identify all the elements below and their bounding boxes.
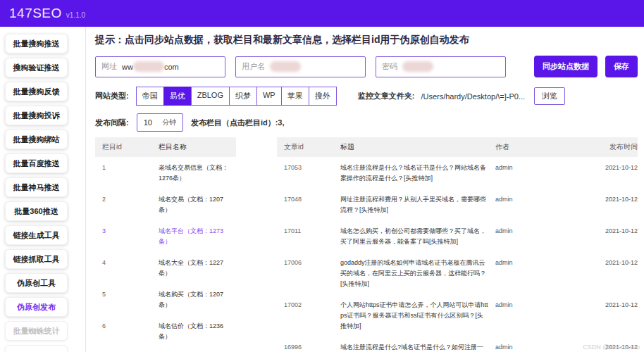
article-title: 域名注册流程是什么?域名证书是什么？如何注册一个域名？[头推特加] (340, 342, 495, 352)
sidebar-item-13: 批量蜘蛛统计 (5, 321, 68, 341)
redacted-password-blur (402, 61, 433, 72)
column-row[interactable]: 8百度域名（文档：1192条） (95, 347, 236, 352)
tip-text: 提示：点击同步站点数据，获取栏目和最新文章信息，选择栏目id用于伪原创自动发布 (95, 34, 638, 46)
sidebar-item-7[interactable]: 批量神马推送 (5, 177, 68, 197)
column-id-header: 栏目id (102, 142, 159, 152)
site-url-value-suffix: com (164, 63, 179, 71)
column-id[interactable]: 4 (102, 258, 159, 279)
monitor-folder-label: 监控文章文件夹: (358, 91, 415, 101)
article-row: 17006godaddy注册的域名如何申请域名证书老板在腾讯云买的域名，在阿里云… (277, 252, 638, 294)
interval-unit: 分钟 (162, 118, 176, 127)
article-author: admin (495, 194, 587, 215)
article-date: 2021-10-12 (587, 258, 638, 289)
sidebar-item-11[interactable]: 伪原创工具 (5, 273, 68, 293)
sidebar-item-3[interactable]: 批量搜狗反馈 (5, 82, 68, 101)
sync-site-data-button[interactable]: 同步站点数据 (534, 56, 597, 77)
interval-input[interactable]: 10 分钟 (137, 113, 183, 132)
site-credentials-row: 网址 ww com 用户名 密码 同步站点数据 保存 (95, 56, 638, 77)
sidebar-item-6[interactable]: 批量百度推送 (5, 153, 68, 173)
sidebar-item-4[interactable]: 批量搜狗投诉 (5, 106, 68, 125)
column-row[interactable]: 5域名购买（文档：1207条） (95, 284, 236, 315)
article-author: admin (495, 342, 587, 352)
column-row[interactable]: 4域名大全（文档：1227条） (95, 252, 236, 284)
column-id[interactable]: 5 (102, 289, 159, 310)
article-id: 17053 (284, 163, 340, 184)
article-row: 17011域名怎么购买，初创公司都需要做哪些？买了域名，买了阿里云服务器，能备案… (277, 220, 638, 252)
column-row[interactable]: 3域名平台（文档：1273条） (95, 220, 236, 252)
column-id[interactable]: 2 (102, 194, 159, 215)
site-url-value-prefix: ww (122, 63, 133, 71)
column-name: 老域名交易信息（文档：1276条） (159, 163, 229, 184)
site-type-label: 网站类型: (95, 91, 129, 101)
column-name: 域名估价（文档：1236条） (159, 321, 229, 342)
sidebar-item-12[interactable]: 伪原创发布 (5, 297, 68, 317)
password-label: 密码 (382, 61, 397, 72)
site-type-option-ZBLOG[interactable]: ZBLOG (191, 87, 230, 106)
column-row[interactable]: 6域名估价（文档：1236条） (95, 315, 236, 347)
username-input[interactable]: 用户名 (235, 56, 366, 77)
column-id[interactable]: 1 (102, 163, 159, 184)
column-id[interactable]: 3 (102, 226, 159, 247)
article-title: 网址注册流程和费用？从别人手里买域名，需要哪些流程？[头推特加] (340, 194, 495, 215)
article-date: 2021-10-12 (587, 226, 638, 247)
article-id: 17048 (284, 194, 340, 215)
username-label: 用户名 (242, 61, 265, 72)
column-name-header: 栏目名称 (159, 142, 229, 152)
sidebar-item-14 (5, 345, 68, 352)
column-name: 域名购买（文档：1207条） (159, 289, 229, 310)
site-type-option-WP[interactable]: WP (256, 87, 282, 106)
password-input[interactable]: 密码 (376, 56, 506, 77)
article-title: 域名怎么购买，初创公司都需要做哪些？买了域名，买了阿里云服务器，能备案了吗[头推… (340, 226, 495, 247)
publish-interval-row: 发布间隔: 10 分钟 发布栏目（点击栏目id）:3, (95, 113, 638, 132)
watermark: CSDN @xiaomaseo (583, 344, 640, 351)
browse-button[interactable]: 浏览 (534, 87, 565, 105)
monitor-folder-path: /Users/hardy/Desktop/\=]-P0... (421, 92, 525, 101)
site-type-option-苹果[interactable]: 苹果 (281, 87, 309, 106)
article-id: 17011 (284, 226, 340, 247)
sidebar-item-1[interactable]: 批量搜狗推送 (5, 34, 68, 54)
site-type-option-帝国[interactable]: 帝国 (136, 87, 164, 106)
save-button[interactable]: 保存 (605, 56, 638, 77)
article-row: 17002个人网站https证书申请怎么弄，个人网站可以申请https证书吗？服… (277, 294, 638, 337)
article-id-header: 文章id (284, 142, 340, 152)
article-row: 17048网址注册流程和费用？从别人手里买域名，需要哪些流程？[头推特加]adm… (277, 189, 638, 220)
sidebar-item-8[interactable]: 批量360推送 (5, 201, 68, 221)
sidebar-item-5[interactable]: 批量搜狗绑站 (5, 130, 68, 149)
columns-table: 栏目id 栏目名称 1老域名交易信息（文档：1276条）2域名交易（文档：120… (95, 137, 236, 352)
article-author: admin (495, 163, 587, 184)
sidebar-item-10[interactable]: 链接抓取工具 (5, 249, 68, 269)
sidebar-item-9[interactable]: 链接生成工具 (5, 225, 68, 245)
column-name: 域名交易（文档：1207条） (159, 194, 229, 215)
app-title: 147SEO (9, 6, 62, 21)
column-row[interactable]: 1老域名交易信息（文档：1276条） (95, 157, 236, 189)
site-type-option-搜外[interactable]: 搜外 (309, 87, 337, 106)
column-id[interactable]: 6 (102, 321, 159, 342)
main-content: 提示：点击同步站点数据，获取栏目和最新文章信息，选择栏目id用于伪原创自动发布 … (86, 27, 644, 352)
column-name: 域名平台（文档：1273条） (159, 226, 229, 247)
site-type-segmented-control: 帝国易优ZBLOG织梦WP苹果搜外 (137, 87, 337, 106)
article-title: 个人网站https证书申请怎么弄，个人网站可以申请https证书吗？服务器证书和… (340, 300, 495, 332)
sidebar: 批量搜狗推送搜狗验证推送批量搜狗反馈批量搜狗投诉批量搜狗绑站批量百度推送批量神马… (0, 27, 86, 352)
articles-table-header: 文章id 标题 作者 发布时间 (277, 137, 638, 157)
publish-columns-label: 发布栏目（点击栏目id）:3, (191, 118, 285, 128)
article-date: 2021-10-12 (587, 194, 638, 215)
site-type-row: 网站类型: 帝国易优ZBLOG织梦WP苹果搜外 监控文章文件夹: /Users/… (95, 87, 638, 106)
column-row[interactable]: 2域名交易（文档：1207条） (95, 189, 236, 220)
article-date: 2021-10-12 (587, 163, 638, 184)
article-title: godaddy注册的域名如何申请域名证书老板在腾讯云买的域名，在阿里云上买的云服… (340, 258, 495, 289)
site-url-input[interactable]: 网址 ww com (95, 56, 225, 77)
article-date-header: 发布时间 (587, 142, 638, 152)
article-author: admin (495, 226, 587, 247)
articles-table: 文章id 标题 作者 发布时间 17053域名注册流程是什么？域名证书是什么？网… (277, 137, 638, 352)
article-title-header: 标题 (340, 142, 495, 152)
site-type-option-易优[interactable]: 易优 (163, 87, 192, 106)
tables-area: 栏目id 栏目名称 1老域名交易信息（文档：1276条）2域名交易（文档：120… (95, 137, 638, 352)
interval-value: 10 (144, 118, 152, 127)
redacted-url-blur (133, 61, 164, 72)
sidebar-item-2[interactable]: 搜狗验证推送 (5, 58, 68, 77)
article-row: 17053域名注册流程是什么？域名证书是什么？网站域名备案操作的流程是什么？[头… (277, 157, 638, 189)
column-name: 域名大全（文档：1227条） (159, 258, 229, 279)
site-type-option-织梦[interactable]: 织梦 (229, 87, 257, 106)
interval-label: 发布间隔: (95, 118, 129, 128)
article-id: 17002 (284, 300, 340, 332)
